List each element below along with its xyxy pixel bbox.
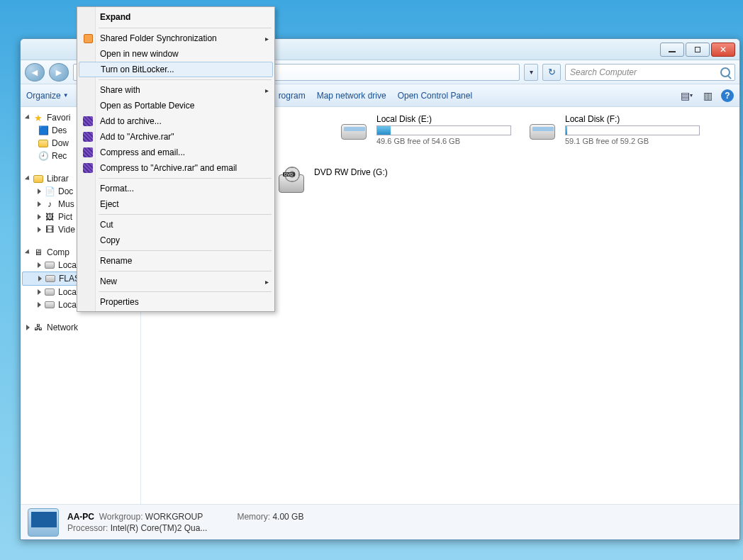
ctx-add-to-archive-rar[interactable]: Add to "Archive.rar" [79,129,273,145]
map-drive-button[interactable]: Map network drive [317,91,386,101]
ctx-expand[interactable]: Expand [79,9,273,26]
forward-button[interactable]: ► [49,63,69,82]
ctx-open-in-new-window[interactable]: Open in new window [79,46,273,62]
view-button[interactable]: ▤ ▾ [678,88,694,103]
maximize-button[interactable] [686,43,710,57]
ctx-turn-on-bitlocker[interactable]: Turn on BitLocker... [79,62,273,77]
computer-icon [28,508,59,537]
sidebar-network[interactable]: 🖧Network [22,321,139,334]
ctx-cut[interactable]: Cut [79,217,273,233]
organize-button[interactable]: Organize ▼ [26,91,69,101]
ctx-format[interactable]: Format... [79,181,273,196]
ctx-properties[interactable]: Properties [79,294,273,310]
back-button[interactable]: ◄ [25,63,45,82]
drive-g[interactable]: DVD DVD RW Drive (G:) [279,167,447,193]
ctx-shared-folder-synchronization[interactable]: Shared Folder Synchronization [79,30,273,46]
search-input[interactable]: Search Computer [565,64,735,81]
capacity-bar [565,125,700,135]
ctx-copy[interactable]: Copy [79,233,273,248]
drive-label: DVD RW Drive (G:) [314,167,447,177]
status-bar: AA-PC Workgroup: WORKGROUP Processor: In… [21,504,739,539]
minimize-button[interactable] [660,43,684,57]
ctx-share-with[interactable]: Share with [79,82,273,98]
ctx-new[interactable]: New [79,274,273,289]
ctx-rename[interactable]: Rename [79,253,273,269]
drive-label: Local Disk (E:) [376,114,511,124]
help-button[interactable]: ? [721,89,734,102]
ctx-compress-to-archive-rar-and-email[interactable]: Compress to "Archive.rar" and email [79,160,273,176]
drive-subtext: 59.1 GB free of 59.2 GB [565,137,700,145]
ctx-compress-and-email[interactable]: Compress and email... [79,145,273,160]
drive-e[interactable]: Local Disk (E:) 49.6 GB free of 54.6 GB [341,114,510,145]
ctx-add-to-archive[interactable]: Add to archive... [79,113,273,129]
search-icon [720,67,730,77]
search-placeholder: Search Computer [570,67,637,77]
close-button[interactable]: ✕ [711,43,735,57]
uninstall-button[interactable]: rogram [279,91,306,101]
refresh-button[interactable]: ↻ [542,64,561,81]
drive-subtext: 49.6 GB free of 54.6 GB [376,137,511,145]
ctx-open-as-portable-device[interactable]: Open as Portable Device [79,98,273,113]
pc-name: AA-PC [67,512,94,522]
control-panel-button[interactable]: Open Control Panel [398,91,472,101]
context-menu: ExpandShared Folder SynchronizationOpen … [77,6,275,312]
drive-f[interactable]: Local Disk (F:) 59.1 GB free of 59.2 GB [530,114,698,145]
drive-icon [530,114,558,140]
preview-pane-button[interactable]: ▥ [700,88,715,103]
drive-icon [341,114,369,140]
address-dropdown[interactable]: ▾ [524,64,538,81]
ctx-eject[interactable]: Eject [79,196,273,212]
drive-label: Local Disk (F:) [565,114,700,124]
dvd-icon: DVD [279,167,307,193]
capacity-bar [376,125,511,135]
